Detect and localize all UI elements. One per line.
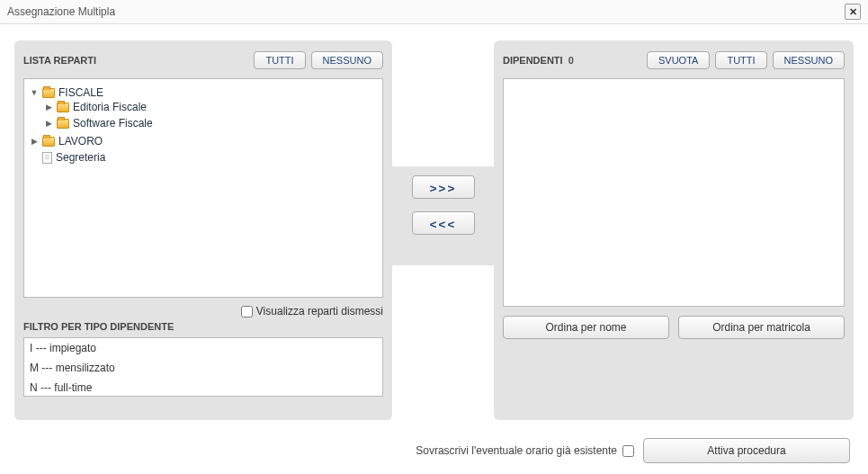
ordina-matricola-button[interactable]: Ordina per matricola [678,316,845,339]
filter-option[interactable]: N --- full-time [24,378,382,397]
reparti-tree[interactable]: ▼FISCALE▶Editoria Fiscale▶Software Fisca… [23,78,383,298]
folder-icon [42,137,55,147]
dipendenti-nessuno-button[interactable]: NESSUNO [773,51,845,69]
titlebar: Assegnazione Multipla ✕ [0,0,868,24]
reparti-header-buttons: TUTTI NESSUNO [254,51,383,69]
attiva-procedura-button[interactable]: Attiva procedura [643,438,850,463]
footer: Sovrascrivi l'eventuale orario già esist… [0,429,868,474]
overwrite-label: Sovrascrivi l'eventuale orario già esist… [416,444,617,457]
reparti-nessuno-button[interactable]: NESSUNO [311,51,383,69]
reparti-tutti-button[interactable]: TUTTI [254,51,305,69]
filter-option[interactable]: I --- impiegato [24,338,382,358]
chevron-right-icon[interactable]: ▶ [30,137,39,146]
filter-option[interactable]: M --- mensilizzato [24,358,382,378]
chevron-right-icon[interactable]: ▶ [44,103,53,112]
dipendenti-svuota-button[interactable]: SVUOTA [647,51,710,69]
tree-node[interactable]: ▶Software Fiscale [44,115,379,131]
tree-node[interactable]: Segreteria [30,149,379,165]
tree-node[interactable]: ▼FISCALE▶Editoria Fiscale▶Software Fisca… [30,85,379,133]
tree-node-label: Segreteria [56,151,105,164]
tree-node-label: LAVORO [58,135,103,148]
dialog-body: LISTA REPARTI TUTTI NESSUNO ▼FISCALE▶Edi… [0,24,868,429]
tree-node[interactable]: ▶LAVORO [30,133,379,149]
close-icon: ✕ [849,6,857,18]
dipendenti-header-buttons: SVUOTA TUTTI NESSUNO [647,51,845,69]
chevron-right-icon[interactable]: ▶ [44,119,53,128]
tree-node[interactable]: ▶Editoria Fiscale [44,99,379,115]
filtro-listbox[interactable]: I --- impiegatoM --- mensilizzatoN --- f… [23,337,383,397]
chevron-down-icon[interactable]: ▼ [30,88,39,97]
dipendenti-tutti-button[interactable]: TUTTI [715,51,766,69]
overwrite-checkbox[interactable] [622,445,634,457]
dipendenti-panel: DIPENDENTI 0 SVUOTA TUTTI NESSUNO Ordina… [494,40,854,420]
close-button[interactable]: ✕ [845,4,861,20]
visualizza-dismessi-checkbox[interactable] [241,306,253,317]
overwrite-row: Sovrascrivi l'eventuale orario già esist… [416,444,634,457]
tree-node-label: Software Fiscale [73,117,153,130]
dialog-title: Assegnazione Multipla [7,5,115,18]
dipendenti-count: 0 [568,55,574,66]
dialog-assegnazione-multipla: Assegnazione Multipla ✕ LISTA REPARTI TU… [0,0,868,474]
folder-icon [42,88,55,98]
dipendenti-title-text: DIPENDENTI [503,55,563,66]
tree-node-label: Editoria Fiscale [73,101,147,113]
dipendenti-title: DIPENDENTI 0 [503,55,574,66]
reparti-header: LISTA REPARTI TUTTI NESSUNO [23,49,383,71]
reparti-panel: LISTA REPARTI TUTTI NESSUNO ▼FISCALE▶Edi… [14,40,392,420]
remove-button[interactable]: <<< [412,211,475,235]
filtro-title: FILTRO PER TIPO DIPENDENTE [23,321,383,332]
document-icon [42,152,52,164]
folder-icon [57,119,69,129]
sort-row: Ordina per nome Ordina per matricola [503,316,845,339]
transfer-column: >>> <<< [392,40,494,420]
reparti-title: LISTA REPARTI [23,55,96,66]
ordina-nome-button[interactable]: Ordina per nome [503,316,669,339]
dismissed-row: Visualizza reparti dismessi [23,298,383,319]
tree-node-label: FISCALE [58,86,103,99]
add-button[interactable]: >>> [412,175,475,199]
visualizza-dismessi-label: Visualizza reparti dismessi [256,305,383,317]
folder-icon [57,103,69,112]
dipendenti-list[interactable] [503,78,845,307]
dipendenti-header: DIPENDENTI 0 SVUOTA TUTTI NESSUNO [503,49,845,71]
